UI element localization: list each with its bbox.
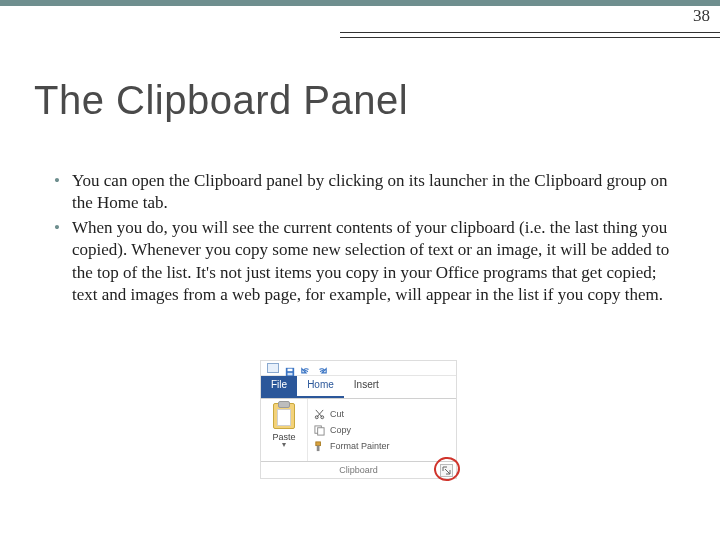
- tab-file[interactable]: File: [261, 376, 297, 398]
- svg-rect-7: [316, 441, 321, 445]
- svg-rect-8: [317, 445, 320, 451]
- quick-access-toolbar: [261, 361, 456, 376]
- top-accent-strip: [0, 0, 720, 6]
- svg-rect-6: [318, 427, 324, 434]
- clipboard-group: Paste ▾ Cut Copy: [261, 399, 456, 462]
- paste-button[interactable]: Paste ▾: [261, 399, 308, 461]
- chevron-down-icon: ▾: [282, 442, 286, 448]
- save-icon: [285, 363, 295, 373]
- tab-insert[interactable]: Insert: [344, 376, 389, 398]
- clipboard-icon: [273, 403, 295, 429]
- page-number: 38: [693, 6, 710, 26]
- format-painter-label: Format Painter: [330, 441, 390, 451]
- body-text: You can open the Clipboard panel by clic…: [50, 170, 670, 309]
- ribbon-tabs: File Home Insert: [261, 376, 456, 399]
- redo-icon: [317, 363, 327, 373]
- bullet-item: You can open the Clipboard panel by clic…: [50, 170, 670, 215]
- copy-button[interactable]: Copy: [314, 423, 456, 437]
- ribbon-figure: File Home Insert Paste ▾ Cut: [260, 360, 457, 479]
- undo-icon: [301, 363, 311, 373]
- copy-icon: [314, 425, 325, 436]
- copy-label: Copy: [330, 425, 351, 435]
- cut-button[interactable]: Cut: [314, 407, 456, 421]
- scissors-icon: [314, 409, 325, 420]
- tab-home[interactable]: Home: [297, 376, 344, 398]
- svg-rect-1: [288, 369, 293, 372]
- page-title: The Clipboard Panel: [34, 78, 408, 123]
- window-control-icon: [267, 363, 279, 373]
- svg-rect-2: [288, 373, 293, 376]
- paintbrush-icon: [314, 441, 325, 452]
- bullet-item: When you do, you will see the current co…: [50, 217, 670, 307]
- dialog-launcher-button[interactable]: [440, 464, 453, 477]
- format-painter-button[interactable]: Format Painter: [314, 439, 456, 453]
- header-double-rule: [340, 32, 720, 38]
- cut-label: Cut: [330, 409, 344, 419]
- clipboard-group-label: Clipboard: [339, 465, 378, 475]
- group-label-row: Clipboard: [261, 462, 456, 478]
- slide: 38 The Clipboard Panel You can open the …: [0, 0, 720, 540]
